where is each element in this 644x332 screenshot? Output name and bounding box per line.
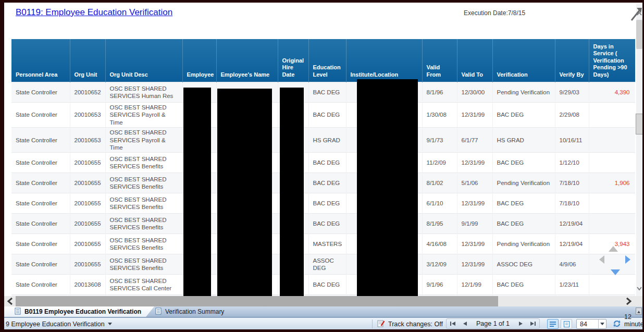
table-cell: 12/30/00 xyxy=(457,82,492,103)
table-cell: BAC DEG xyxy=(308,193,346,214)
tab-verification-summary[interactable]: Verification Summary xyxy=(152,306,224,317)
table-cell xyxy=(589,128,635,153)
column-header: Original Hire Date xyxy=(278,39,308,82)
table-cell: OSC BEST SHARED SERVICES Human Res xyxy=(105,82,182,103)
table-cell: HS GRAD xyxy=(492,128,555,153)
table-cell: 20010652 xyxy=(70,82,105,103)
table-cell: 5/1/06 xyxy=(457,173,492,193)
table-cell: Pending Verification xyxy=(492,82,555,103)
status-bar: 9 Employee Education Verification Track … xyxy=(4,317,642,329)
table-row: State Controller20010655OSC BEST SHARED … xyxy=(11,254,635,275)
redaction-box-employee-name xyxy=(217,89,272,297)
table-cell: ASSOC DEG xyxy=(308,254,346,275)
first-page-button[interactable] xyxy=(447,319,459,328)
table-cell: 1/12/10 xyxy=(555,153,589,173)
refresh-icon xyxy=(613,319,621,329)
scrollbar-left-icon xyxy=(6,297,15,305)
table-cell: BAC DEG xyxy=(492,275,555,295)
column-header: Education Level xyxy=(308,39,346,82)
table-cell: BAC DEG xyxy=(308,214,346,234)
report-table: Personnel AreaOrg UnitOrg Unit DescEmplo… xyxy=(11,39,635,297)
scroll-right-arrow-icon[interactable] xyxy=(625,255,630,264)
table-cell: Pending Verification xyxy=(492,173,555,193)
scroll-down-arrow-icon[interactable] xyxy=(611,269,620,275)
table-cell: OSC BEST SHARED SERVICES Payroll & Time xyxy=(105,103,182,128)
table-cell: 8/1/02 xyxy=(422,173,457,193)
scroll-up-arrow-icon[interactable] xyxy=(609,246,618,252)
divider xyxy=(372,319,373,328)
vertical-scrollbar-handle[interactable] xyxy=(636,114,642,134)
next-page-button[interactable] xyxy=(515,319,527,328)
table-row: State Controller20010655OSC BEST SHARED … xyxy=(11,193,635,214)
table-cell: 1,906 xyxy=(589,173,635,193)
table-cell: 11/2/09 xyxy=(422,153,457,173)
table-cell: 20010653 xyxy=(70,128,105,153)
table-cell: 1/30/08 xyxy=(422,103,457,128)
vertical-scrollbar[interactable] xyxy=(636,4,642,312)
table-cell: 20010655 xyxy=(70,153,105,173)
last-page-button[interactable] xyxy=(527,319,539,328)
table-cell: 7/18/10 xyxy=(555,193,589,214)
table-cell: 20010655 xyxy=(70,234,105,254)
column-header: Valid To xyxy=(457,39,492,82)
table-cell: 20010655 xyxy=(70,254,105,275)
table-cell: 12/31/99 xyxy=(457,153,492,173)
column-header: Valid From xyxy=(422,39,457,82)
refresh-status[interactable]: 12 minutes ago xyxy=(613,318,642,329)
redaction-box-hire-date xyxy=(280,88,304,297)
table-cell: 12/19/04 xyxy=(555,234,589,254)
table-cell: State Controller xyxy=(11,153,70,173)
vertical-scrollbar-thumb[interactable] xyxy=(636,20,642,49)
table-cell: BAC DEG xyxy=(492,193,555,214)
quick-display-mode-button[interactable] xyxy=(547,319,559,329)
table-cell: 12/31/99 xyxy=(457,234,492,254)
table-cell xyxy=(589,103,635,128)
table-cell: 20013608 xyxy=(70,275,105,295)
column-header: Org Unit xyxy=(70,39,105,82)
table-cell: OSC BEST SHARED SERVICES Payroll & Time xyxy=(105,128,182,153)
table-cell: 4,390 xyxy=(589,82,635,103)
report-viewer-window: B0119: Employee Education Verification E… xyxy=(0,0,644,332)
horizontal-scrollbar[interactable] xyxy=(4,296,642,306)
track-changes-toggle[interactable]: Track changes: Off xyxy=(377,318,443,329)
table-cell: OSC BEST SHARED SERVICES Benefits xyxy=(105,153,182,173)
table-cell: BAC DEG xyxy=(308,173,346,193)
table-row: State Controller20010655OSC BEST SHARED … xyxy=(11,214,635,234)
table-row: State Controller20010652OSC BEST SHARED … xyxy=(11,82,635,103)
redaction-box-institute xyxy=(357,79,418,297)
scrollbar-right-icon xyxy=(624,297,633,305)
zoom-value: 84 xyxy=(577,321,598,328)
tab-b0119-employee-education-verification[interactable]: B0119 Employee Education Verification xyxy=(4,306,154,317)
table-cell: BAC DEG xyxy=(492,214,555,234)
table-cell xyxy=(589,214,635,234)
tab-label: B0119 Employee Education Verification xyxy=(24,308,141,315)
table-cell: OSC BEST SHARED SERVICES Call Center xyxy=(105,275,182,295)
table-cell: State Controller xyxy=(11,103,70,128)
table-cell xyxy=(589,193,635,214)
table-cell: BAC DEG xyxy=(308,103,346,128)
horizontal-scrollbar-thumb[interactable] xyxy=(16,296,498,306)
table-cell: 12/1/99 xyxy=(457,275,492,295)
report-title-link[interactable]: B0119: Employee Education Verification xyxy=(16,7,172,18)
table-cell: 9/1/99 xyxy=(457,214,492,234)
report-selector[interactable]: 9 Employee Education Verification xyxy=(6,318,112,329)
report-selector-label: 9 Employee Education Verification xyxy=(6,321,105,328)
page-mode-button[interactable] xyxy=(561,319,572,329)
table-header-row: Personnel AreaOrg UnitOrg Unit DescEmplo… xyxy=(11,39,635,82)
table-cell: 12/31/99 xyxy=(457,103,492,128)
page-navigation: Page 1 of 1 xyxy=(446,318,540,329)
table-cell: 2/29/08 xyxy=(555,103,589,128)
table-cell: State Controller xyxy=(11,193,70,214)
track-changes-label: Track changes: Off xyxy=(388,321,443,328)
table-cell: 20010653 xyxy=(70,103,105,128)
zoom-select[interactable]: 84 xyxy=(576,319,606,329)
page-view-icon xyxy=(563,321,570,328)
previous-page-button[interactable] xyxy=(459,319,472,328)
document-icon xyxy=(15,308,21,316)
page-indicator: Page 1 of 1 xyxy=(471,320,514,327)
table-cell: OSC BEST SHARED SERVICES Benefits xyxy=(105,254,182,275)
table-cell: 7/18/10 xyxy=(555,173,589,193)
table-cell xyxy=(589,275,635,295)
scroll-left-arrow-icon[interactable] xyxy=(599,255,604,264)
table-cell: OSC BEST SHARED SERVICES Benefits xyxy=(105,173,182,193)
